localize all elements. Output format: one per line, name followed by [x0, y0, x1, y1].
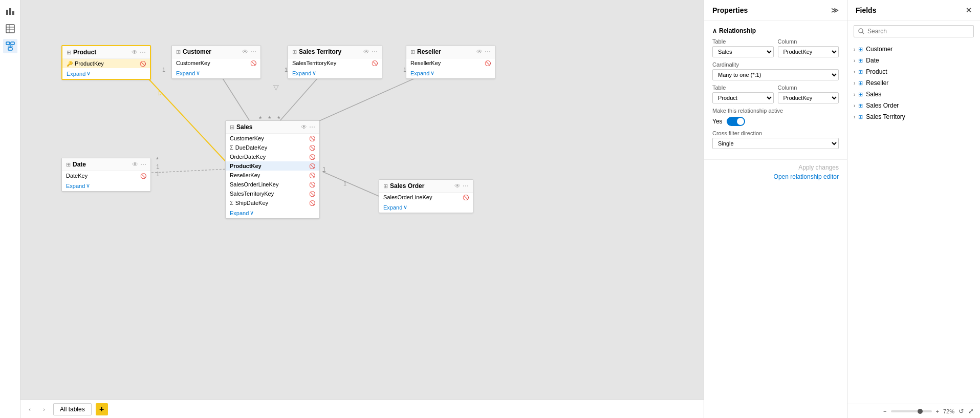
reseller-more-icon[interactable]: ⋯	[485, 48, 491, 55]
customer-customerkey-row[interactable]: CustomerKey 🚫	[172, 58, 260, 68]
left-sidebar	[0, 0, 20, 418]
sales-order-more-icon[interactable]: ⋯	[463, 182, 469, 190]
sales-expand-link[interactable]: Expand ∨	[226, 207, 319, 218]
field-group-sales-order[interactable]: › ⊞ Sales Order	[847, 100, 980, 111]
sales-territory-saleskey-row[interactable]: SalesTerritoryKey 🚫	[288, 58, 382, 68]
sales-territory-key-label: SalesTerritoryKey	[292, 60, 369, 66]
svg-text:▷: ▷	[159, 89, 164, 96]
table2-select[interactable]: Product	[712, 92, 774, 103]
table2-label: Table	[712, 85, 774, 91]
customer-expand-link[interactable]: Expand ∨	[172, 68, 260, 78]
sales-territory-eye-icon[interactable]: 👁	[363, 48, 369, 55]
svg-text:*: *	[156, 156, 159, 163]
sales-order-expand-chevron: ∨	[403, 204, 407, 211]
bar-chart-nav-icon[interactable]	[3, 4, 17, 18]
zoom-fit-icon[interactable]: ⤢	[968, 407, 974, 415]
sales-shipdatekey-row[interactable]: Σ ShipDateKey 🚫	[226, 198, 319, 207]
fields-close-button[interactable]: ✕	[966, 6, 972, 14]
date-datekey-eye: 🚫	[140, 173, 146, 179]
date-datekey-row[interactable]: DateKey 🚫	[62, 171, 150, 180]
sales-customerkey-eye: 🚫	[309, 136, 315, 141]
reseller-resellerkey-row[interactable]: ResellerKey 🚫	[406, 58, 495, 68]
sales-eye-icon[interactable]: 👁	[301, 123, 307, 131]
active-toggle-switch[interactable]	[727, 117, 745, 126]
sales-productkey-row[interactable]: ProductKey 🚫	[226, 161, 319, 171]
sales-territory-group-table-icon: ⊞	[858, 114, 863, 120]
product-productkey-row[interactable]: 🔑 ProductKey 🚫	[62, 59, 150, 68]
column2-select[interactable]: ProductKey	[778, 92, 839, 103]
sales-customerkey-row[interactable]: CustomerKey 🚫	[226, 134, 319, 143]
table-nav-icon[interactable]	[3, 22, 17, 36]
fields-search-container[interactable]	[854, 25, 974, 37]
field-group-sales-territory[interactable]: › ⊞ Sales Territory	[847, 111, 980, 122]
customer-customerkey-label: CustomerKey	[176, 60, 248, 66]
sales-territory-expand-link[interactable]: Expand ∨	[288, 68, 382, 78]
date-group-chevron: ›	[854, 58, 855, 64]
zoom-plus-icon[interactable]: +	[936, 408, 939, 414]
zoom-slider[interactable]	[891, 410, 932, 412]
nav-right-arrow[interactable]: ›	[39, 404, 49, 414]
product-eye-icon[interactable]: 👁	[132, 49, 138, 56]
open-editor-link[interactable]: Open relationship editor	[774, 173, 839, 180]
reseller-expand-link[interactable]: Expand ∨	[406, 68, 495, 78]
reseller-table-card: ⊞ Reseller 👁 ⋯ ResellerKey 🚫 Expand ∨	[406, 45, 495, 79]
sales-salesterritorykey-row[interactable]: SalesTerritoryKey 🚫	[226, 189, 319, 198]
field-icon-productkey-product: 🔑	[67, 61, 73, 67]
date-table-card: ⊞ Date 👁 ⋯ DateKey 🚫 Expand ∨	[61, 158, 151, 192]
sales-duedatekey-row[interactable]: Σ DueDateKey 🚫	[226, 143, 319, 152]
column1-select[interactable]: ProductKey	[778, 46, 839, 57]
sales-order-eye-icon[interactable]: 👁	[454, 182, 461, 190]
reseller-eye-icon[interactable]: 👁	[476, 48, 483, 55]
date-more-icon[interactable]: ⋯	[140, 161, 146, 168]
field-group-sales[interactable]: › ⊞ Sales	[847, 89, 980, 100]
customer-more-icon[interactable]: ⋯	[250, 48, 256, 55]
apply-changes-button[interactable]: Apply changes	[798, 164, 839, 171]
svg-point-35	[859, 29, 863, 33]
table1-select[interactable]: Sales	[712, 46, 774, 57]
sales-territory-more-icon[interactable]: ⋯	[372, 48, 378, 55]
relationship-section-title[interactable]: ∧ Relationship	[712, 27, 839, 34]
nav-left-arrow[interactable]: ‹	[25, 404, 35, 414]
fields-list: › ⊞ Customer › ⊞ Date › ⊞ Product › ⊞ Re…	[847, 41, 980, 404]
date-expand-link[interactable]: Expand ∨	[62, 180, 150, 191]
properties-collapse-button[interactable]: ≫	[831, 6, 839, 14]
customer-eye-icon[interactable]: 👁	[242, 48, 248, 55]
sales-order-salesorderlinekey-row[interactable]: SalesOrderLineKey 🚫	[379, 193, 473, 202]
customer-table-title: Customer	[183, 48, 240, 55]
table1-col: Table Sales	[712, 38, 774, 57]
properties-panel: Properties ≫ ∧ Relationship Table Sales …	[704, 0, 847, 418]
svg-text:1: 1	[156, 171, 160, 178]
sales-order-expand-link[interactable]: Expand ∨	[379, 202, 473, 213]
customer-table-header: ⊞ Customer 👁 ⋯	[172, 46, 260, 58]
all-tables-tab[interactable]: All tables	[53, 403, 92, 415]
cross-filter-select[interactable]: Single	[712, 138, 839, 149]
sales-orderdatekey-row[interactable]: OrderDateKey 🚫	[226, 152, 319, 161]
fields-search-input[interactable]	[867, 28, 969, 35]
zoom-minus-icon[interactable]: −	[883, 408, 886, 414]
zoom-refresh-icon[interactable]: ↺	[959, 407, 964, 415]
field-group-reseller[interactable]: › ⊞ Reseller	[847, 77, 980, 89]
product-more-icon[interactable]: ⋯	[140, 49, 146, 56]
svg-line-36	[862, 32, 864, 34]
sales-order-table-title: Sales Order	[390, 182, 452, 190]
product-expand-link[interactable]: Expand ∨	[62, 68, 150, 79]
model-nav-icon[interactable]	[3, 39, 17, 53]
sales-salesorderlinekey-row[interactable]: SalesOrderLineKey 🚫	[226, 180, 319, 189]
date-group-name: Date	[866, 57, 879, 64]
svg-rect-2	[12, 11, 14, 15]
sales-territory-table-card: ⊞ Sales Territory 👁 ⋯ SalesTerritoryKey …	[288, 45, 382, 79]
sales-group-name: Sales	[866, 91, 881, 98]
sales-group-chevron: ›	[854, 92, 855, 97]
sales-more-icon[interactable]: ⋯	[309, 123, 315, 131]
sales-order-group-name: Sales Order	[866, 102, 899, 109]
field-group-date[interactable]: › ⊞ Date	[847, 55, 980, 66]
sales-territory-expand-chevron: ∨	[312, 70, 316, 76]
sales-resellerkey-row[interactable]: ResellerKey 🚫	[226, 171, 319, 180]
sigma-shipdatekey: Σ	[230, 200, 233, 206]
field-group-customer[interactable]: › ⊞ Customer	[847, 44, 980, 55]
field-group-product[interactable]: › ⊞ Product	[847, 66, 980, 77]
date-eye-icon[interactable]: 👁	[132, 161, 138, 168]
cardinality-select[interactable]: Many to one (*:1)	[712, 69, 839, 80]
bottom-bar: ‹ › All tables +	[20, 400, 704, 418]
add-table-button[interactable]: +	[96, 403, 108, 415]
